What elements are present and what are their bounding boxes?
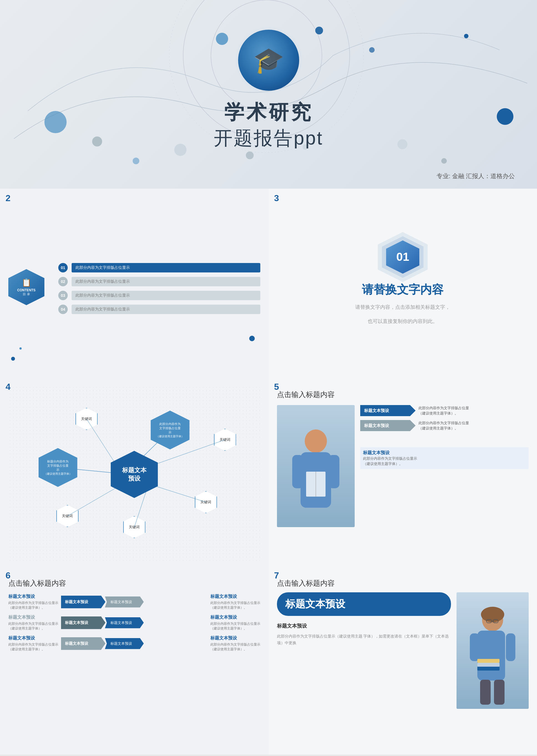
mid2-text: 此部分内容作为文字排版占位显示（建议使用主题字体） xyxy=(156,422,184,438)
kw-1: 关键词 xyxy=(75,408,98,430)
arrow-row-1: 标题文本预设 此部分内容作为文字排版占位显（建议使用主题字体）。 xyxy=(360,405,529,416)
item-bar-4[interactable]: 此部分内容为文字排版占位显示 xyxy=(72,305,260,314)
right-body-2: 此部分内容作为文字排版占位显示（建议使用主题字体）。 xyxy=(210,621,260,631)
bottom-text-box: 标题文本预设 此部分内容作为文字排版占位显示（建议使用主题字体）。 xyxy=(360,447,529,469)
left-label-1: 标题文本预设 xyxy=(8,594,58,600)
left-body-2: 此部分内容作为文字排版占位显示（建议使用主题字体）。 xyxy=(8,621,58,631)
right-label-2: 标题文本预设 xyxy=(210,615,260,620)
hex-label1: CONTENTS xyxy=(17,288,35,292)
slide1-content: 🎓 学术研究 开题报告ppt xyxy=(214,30,323,151)
book-icon: 📋 xyxy=(21,278,31,287)
chev-row-2: 标题文本预设 此部分内容作为文字排版占位显示（建议使用主题字体）。 标题文本预设… xyxy=(8,615,260,631)
svg-point-11 xyxy=(397,139,407,149)
chev-row-3: 标题文本预设 此部分内容作为文字排版占位显示（建议使用主题字体）。 标题文本预设… xyxy=(8,635,260,652)
svg-point-23 xyxy=(305,429,327,453)
blue-chev-3: 标题文本预设 xyxy=(105,638,144,649)
item-num-2: 02 xyxy=(58,277,68,286)
slide7-number: 7 xyxy=(274,571,279,581)
center-text2: 预设 xyxy=(128,474,141,483)
mid1-text: 标题分内容作为文字排版占位显示（建议使用主题字体） xyxy=(44,459,72,476)
title-banner[interactable]: 标题文本预设 xyxy=(277,592,451,616)
right-body-1: 此部分内容作为文字排版占位显示（建议使用主题字体）。 xyxy=(210,601,260,610)
slide-1: 🎓 学术研究 开题报告ppt 专业: 金融 汇报人：道格办公 xyxy=(0,0,537,189)
svg-rect-33 xyxy=(506,633,516,661)
left-label-3: 标题文本预设 xyxy=(8,635,58,641)
svg-rect-26 xyxy=(328,455,339,488)
arrow-group-2: 标题文本预设 标题文本预设 xyxy=(61,617,208,629)
dot2 xyxy=(20,347,21,349)
mindmap-container: 标题文本 预设 标题分内容作为文字排版占位显示（建议使用主题字体） 此部分内容作… xyxy=(15,405,254,544)
chevron-flow: 标题文本预设 此部分内容作为文字排版占位显示（建议使用主题字体）。 标题文本预设… xyxy=(8,594,260,654)
kw-5: 关键词 xyxy=(123,516,145,538)
arrow-group-3: 标题文本预设 标题文本预设 xyxy=(61,637,208,650)
graduation-icon: 🎓 xyxy=(253,48,284,73)
slide3-title[interactable]: 请替换文字内容 xyxy=(362,282,443,298)
slide5-right: 标题文本预设 此部分内容作为文字排版占位显（建议使用主题字体）。 标题文本预设 … xyxy=(360,405,529,560)
slide-4: 4 标题文本 预设 标题分内容作为文字排版占位显示（建议使用主题字体） 此部分内… xyxy=(0,377,268,566)
mid-hex-2: 此部分内容作为文字排版占位显示（建议使用主题字体） xyxy=(151,411,189,450)
svg-point-5 xyxy=(464,34,469,38)
chev-row-1: 标题文本预设 此部分内容作为文字排版占位显示（建议使用主题字体）。 标题文本预设… xyxy=(8,594,260,610)
slide5-header[interactable]: 点击输入标题内容 xyxy=(277,390,529,400)
slide7-left: 标题文本预设 标题文本预设 此部分内容作为文字排版占位显示（建议使用主题 字体）… xyxy=(277,592,451,748)
svg-rect-31 xyxy=(477,631,505,681)
slide7-header[interactable]: 点击输入标题内容 xyxy=(277,578,529,588)
slide3-sub2: 也可以直接复制你的内容到此。 xyxy=(368,317,438,326)
item-num-4: 04 xyxy=(58,305,68,314)
graduation-circle: 🎓 xyxy=(238,30,299,91)
center-hex: 标题文本 预设 xyxy=(111,451,158,498)
slide-7: 7 点击输入标题内容 标题文本预设 标题文本预设 此部分内容作为文字排版占位显示… xyxy=(268,566,537,755)
svg-point-13 xyxy=(246,151,254,159)
blue-chev-1: 标题文本预设 xyxy=(61,596,105,609)
svg-point-10 xyxy=(174,144,186,156)
svg-point-7 xyxy=(44,111,66,133)
chev-left-1: 标题文本预设 此部分内容作为文字排版占位显示（建议使用主题字体）。 xyxy=(8,594,58,610)
contents-list: 01 此部分内容为文字排版占位显示 02 此部分内容为文字排版占位显示 03 此… xyxy=(58,263,260,314)
arrow-blue-1: 标题文本预设 xyxy=(360,405,416,416)
slide3-number: 3 xyxy=(274,193,279,203)
arrow-text-2: 此部分内容作为文字排版占位显（建议使用主题字体）。 xyxy=(419,420,529,431)
arrow-row-3 xyxy=(360,435,529,443)
student-image-1 xyxy=(277,405,355,527)
chev-right-2: 标题文本预设 此部分内容作为文字排版占位显示（建议使用主题字体）。 xyxy=(210,615,260,631)
chev-left-2: 标题文本预设 此部分内容作为文字排版占位显示（建议使用主题字体）。 xyxy=(8,615,58,631)
right-label-3: 标题文本预设 xyxy=(210,635,260,641)
slide1-subtitle: 专业: 金融 汇报人：道格办公 xyxy=(436,172,515,180)
item-bar-2[interactable]: 此部分内容为文字排版占位显示 xyxy=(72,277,260,286)
right-label-1: 标题文本预设 xyxy=(210,594,260,600)
mid-hex-1: 标题分内容作为文字排版占位显示（建议使用主题字体） xyxy=(39,448,77,487)
slide6-header[interactable]: 点击输入标题内容 xyxy=(8,578,260,588)
item-bar-3[interactable]: 此部分内容为文字排版占位显示 xyxy=(72,291,260,300)
slide7-body: 此部分内容作为文字排版占位显示（建议使用主题 字体），如需更改请在（文本框）菜单… xyxy=(277,633,451,646)
item-num-3: 03 xyxy=(58,291,68,300)
right-body-3: 此部分内容作为文字排版占位显示（建议使用主题字体）。 xyxy=(210,642,260,652)
svg-rect-39 xyxy=(477,667,500,671)
bottom-body: 此部分内容作为文字排版占位显示（建议使用主题字体）。 xyxy=(363,457,417,466)
kw-4: 关键词 xyxy=(195,491,217,513)
slide1-title2: 开题报告ppt xyxy=(214,126,323,151)
left-body-3: 此部分内容作为文字排版占位显示（建议使用主题字体）。 xyxy=(8,642,58,652)
svg-rect-25 xyxy=(292,455,303,488)
arrow-text-1: 此部分内容作为文字排版占位显（建议使用主题字体）。 xyxy=(419,405,529,416)
svg-point-8 xyxy=(92,137,102,146)
dot1 xyxy=(11,357,15,361)
slide3-inner: 01 请替换文字内容 请替换文字内容，点击添加相关标题文字， 也可以直接复制你的… xyxy=(277,197,529,369)
center-text1: 标题文本 xyxy=(122,466,146,474)
hex-label2: 目 录 xyxy=(23,292,30,296)
list-item: 04 此部分内容为文字排版占位显示 xyxy=(58,305,260,314)
hex-shape: 📋 CONTENTS 目 录 xyxy=(8,269,44,305)
arrow-gray-1: 标题文本预设 xyxy=(360,420,416,431)
svg-point-12 xyxy=(441,158,447,164)
left-body-1: 此部分内容作为文字排版占位显示（建议使用主题字体）。 xyxy=(8,601,58,610)
svg-rect-41 xyxy=(494,680,505,705)
item-bar-1[interactable]: 此部分内容为文字排版占位显示 xyxy=(72,263,260,272)
arrow-row-2: 标题文本预设 此部分内容作为文字排版占位显（建议使用主题字体）。 xyxy=(360,420,529,431)
list-item: 01 此部分内容为文字排版占位显示 xyxy=(58,263,260,272)
slide5-number: 5 xyxy=(274,382,279,392)
kw-3: 关键词 xyxy=(214,429,236,451)
slides-grid: 2 📋 CONTENTS 目 录 01 此部分内容为文字排版占位显示 02 此部… xyxy=(0,189,537,755)
svg-point-9 xyxy=(133,158,139,164)
list-item: 03 此部分内容为文字排版占位显示 xyxy=(58,291,260,300)
slide-3: 3 01 请替换文字内容 请替换文字内容，点击添加相关标题文字， 也可以直接复制… xyxy=(268,189,537,377)
svg-rect-38 xyxy=(477,663,500,667)
